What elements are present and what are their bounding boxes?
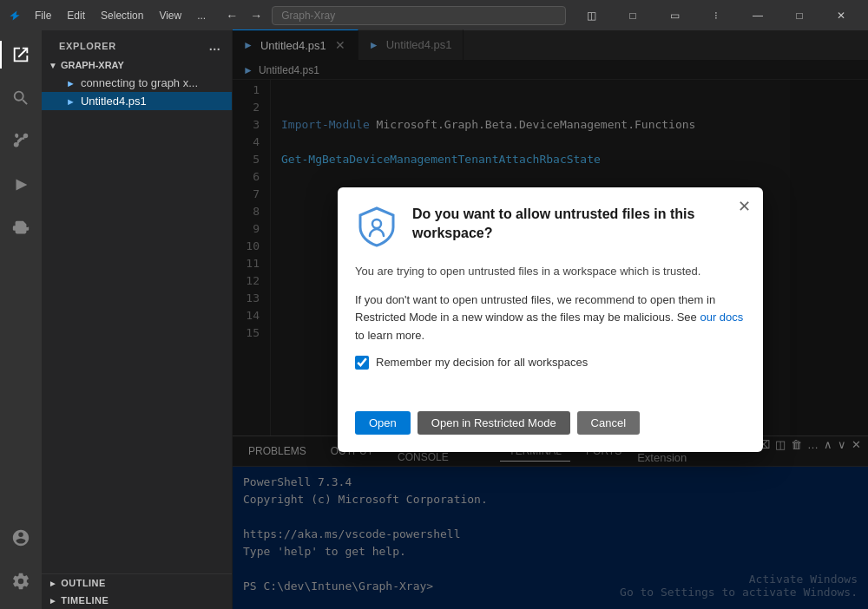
- dialog-buttons: Open Open in Restricted Mode Cancel: [338, 401, 763, 452]
- dialog-checkbox-row: Remember my decision for all workspaces: [355, 356, 746, 370]
- sidebar-new-file-icon[interactable]: …: [208, 39, 221, 53]
- chevron-down-icon: ▼: [49, 61, 57, 70]
- activity-bar: [0, 30, 42, 609]
- sidebar-item-file[interactable]: ► Untitled4.ps1: [42, 92, 232, 110]
- menu-edit[interactable]: Edit: [60, 6, 92, 25]
- back-button[interactable]: ←: [221, 5, 242, 26]
- sidebar-item-folder[interactable]: ► connecting to graph x...: [42, 74, 232, 92]
- sidebar-item-file-label: Untitled4.ps1: [81, 95, 147, 108]
- layout-btn-2[interactable]: □: [613, 0, 653, 30]
- dialog-title: Do you want to allow untrusted files in …: [412, 205, 746, 244]
- menu-selection[interactable]: Selection: [94, 6, 150, 25]
- settings-activity-btn[interactable]: [0, 560, 42, 602]
- search-input[interactable]: [272, 6, 566, 25]
- app-icon: [7, 8, 23, 23]
- sidebar: Explorer … ▼ GRAPH-XRAY ► connecting to …: [42, 30, 233, 609]
- menu-bar: File Edit Selection View ...: [28, 6, 213, 25]
- menu-more[interactable]: ...: [190, 6, 213, 25]
- chevron-right-icon: ►: [66, 78, 76, 88]
- timeline-label: TIMELINE: [61, 595, 108, 606]
- maximize-button[interactable]: □: [779, 0, 819, 30]
- scm-activity-btn[interactable]: [0, 121, 42, 162]
- dialog-overlay: ✕ Do you want to allow untrusted files i…: [233, 30, 868, 609]
- navigation-buttons: ← →: [221, 5, 266, 26]
- dialog-header: Do you want to allow untrusted files in …: [338, 187, 763, 263]
- sidebar-header-actions: …: [208, 39, 221, 53]
- menu-file[interactable]: File: [28, 6, 58, 25]
- outline-chevron-icon: ►: [49, 579, 57, 588]
- dialog-body: You are trying to open untrusted files i…: [338, 263, 763, 401]
- sidebar-header: Explorer …: [42, 30, 232, 56]
- layout-btn-3[interactable]: ▭: [654, 0, 694, 30]
- dialog-warning-before: If you don't want to open untrusted file…: [355, 293, 715, 324]
- timeline-section[interactable]: ► TIMELINE: [42, 592, 232, 609]
- open-restricted-button[interactable]: Open in Restricted Mode: [418, 411, 570, 435]
- run-activity-btn[interactable]: [0, 164, 42, 206]
- editor-area: ► Untitled4.ps1 ✕ ► Untitled4.ps1 ► Unti…: [233, 30, 868, 609]
- open-button[interactable]: Open: [355, 411, 411, 435]
- menu-view[interactable]: View: [152, 6, 188, 25]
- file-icon: ►: [66, 96, 76, 107]
- layout-btn-1[interactable]: ◫: [571, 0, 611, 30]
- trust-dialog: ✕ Do you want to allow untrusted files i…: [338, 187, 763, 452]
- remember-decision-label: Remember my decision for all workspaces: [376, 356, 588, 369]
- dialog-title-section: Do you want to allow untrusted files in …: [412, 205, 746, 252]
- extensions-activity-btn[interactable]: [0, 207, 42, 249]
- window-controls: ◫ □ ▭ ⁝ — □ ✕: [571, 0, 861, 30]
- timeline-chevron-icon: ►: [49, 596, 57, 606]
- layout-btn-4[interactable]: ⁝: [696, 0, 736, 30]
- sidebar-item-label: connecting to graph x...: [81, 76, 198, 89]
- search-bar[interactable]: [272, 6, 566, 25]
- dialog-text-2: If you don't want to open untrusted file…: [355, 291, 746, 345]
- cancel-button[interactable]: Cancel: [577, 411, 640, 435]
- minimize-button[interactable]: —: [738, 0, 778, 30]
- remember-decision-checkbox[interactable]: [355, 356, 369, 370]
- outline-section[interactable]: ► OUTLINE: [42, 574, 232, 592]
- dialog-warning-after: to learn more.: [355, 329, 424, 342]
- accounts-activity-btn[interactable]: [0, 517, 42, 559]
- project-name: GRAPH-XRAY: [61, 60, 124, 70]
- close-button[interactable]: ✕: [821, 0, 861, 30]
- outline-label: OUTLINE: [61, 578, 105, 588]
- search-activity-btn[interactable]: [0, 77, 42, 119]
- explorer-activity-btn[interactable]: [0, 34, 42, 75]
- main-container: Explorer … ▼ GRAPH-XRAY ► connecting to …: [0, 30, 868, 609]
- dialog-text-1: You are trying to open untrusted files i…: [355, 263, 746, 281]
- shield-icon: [355, 205, 398, 248]
- dialog-close-button[interactable]: ✕: [733, 196, 754, 217]
- forward-button[interactable]: →: [246, 5, 266, 26]
- sidebar-title: Explorer: [59, 41, 116, 51]
- dialog-docs-link[interactable]: our docs: [700, 311, 743, 324]
- titlebar: File Edit Selection View ... ← → ◫ □ ▭ ⁝…: [0, 0, 868, 30]
- sidebar-bottom: ► OUTLINE ► TIMELINE: [42, 573, 232, 609]
- project-section-header[interactable]: ▼ GRAPH-XRAY: [42, 56, 232, 74]
- svg-point-0: [372, 219, 381, 228]
